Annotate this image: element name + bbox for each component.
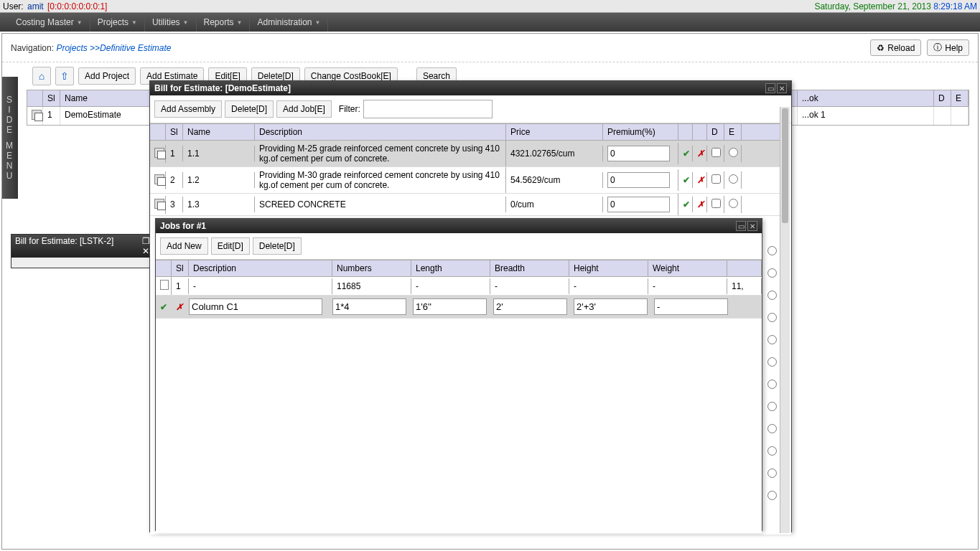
- side-menu-tab[interactable]: SIDEMENU: [2, 77, 18, 199]
- col-premium: Premium(%): [603, 124, 678, 140]
- col-breadth: Breadth: [490, 260, 569, 276]
- menu-administration[interactable]: Administration▼: [250, 13, 328, 32]
- row-d-checkbox[interactable]: [711, 199, 721, 208]
- check-icon[interactable]: ✔: [683, 199, 690, 209]
- col-sl: Sl: [43, 90, 60, 106]
- row-e-radio[interactable]: [767, 380, 777, 389]
- col-costbook: ...ok: [798, 90, 934, 106]
- row-e-radio[interactable]: [767, 291, 777, 300]
- page-icon: [160, 280, 169, 290]
- status-time: 8:29:18 AM: [933, 1, 977, 11]
- bill-lstk2-dialog[interactable]: Bill for Estimate: [LSTK-2] ❐ ✕: [11, 234, 154, 268]
- x-icon[interactable]: ✗: [697, 199, 704, 209]
- delete-d-button[interactable]: Delete[D]: [253, 237, 302, 255]
- add-new-button[interactable]: Add New: [160, 237, 208, 255]
- help-icon: ⓘ: [933, 42, 942, 54]
- jobs-toolbar: Add New Edit[D] Delete[D]: [156, 233, 762, 260]
- nav-label: Navigation:: [11, 43, 54, 53]
- up-arrow-icon: ⇧: [60, 70, 69, 82]
- delete-d-button[interactable]: Delete[D]: [225, 100, 274, 118]
- minimize-icon[interactable]: ▭: [765, 83, 775, 93]
- col-numbers: Numbers: [332, 260, 411, 276]
- row-e-radio[interactable]: [767, 268, 777, 278]
- row-e-radio[interactable]: [767, 313, 777, 322]
- row-e-radio[interactable]: [729, 148, 738, 157]
- col-e: E: [724, 124, 742, 140]
- col-sl: Sl: [172, 260, 189, 276]
- user-name: amit: [27, 1, 44, 11]
- copy-icon[interactable]: [154, 174, 164, 184]
- table-row[interactable]: 2 1.2 Providing M-30 grade reinforced ce…: [150, 167, 780, 194]
- menu-utilities[interactable]: Utilities▼: [145, 13, 197, 32]
- row-e-radio[interactable]: [729, 174, 738, 184]
- scrollbar[interactable]: [780, 107, 790, 533]
- length-input[interactable]: [413, 298, 487, 315]
- col-description: Description: [189, 260, 332, 276]
- weight-input[interactable]: [654, 298, 728, 315]
- row-e-radio[interactable]: [767, 491, 777, 500]
- row-e-radio[interactable]: [729, 199, 738, 208]
- col-length: Length: [411, 260, 490, 276]
- user-ip: [0:0:0:0:0:0:0:1]: [47, 1, 107, 11]
- cancel-icon[interactable]: ✗: [176, 302, 183, 312]
- dialog-title: Bill for Estimate: [DemoEstimate]: [154, 83, 291, 93]
- reload-button[interactable]: ♻Reload: [870, 39, 921, 56]
- premium-input[interactable]: [607, 172, 670, 188]
- menu-costing-master[interactable]: Costing Master▼: [9, 13, 90, 32]
- row-e-radio[interactable]: [767, 424, 777, 433]
- breadcrumb-projects[interactable]: Projects: [56, 43, 87, 53]
- row-d-checkbox[interactable]: [711, 148, 721, 157]
- user-label: User:: [3, 1, 24, 11]
- minimize-icon[interactable]: ▭: [736, 221, 746, 231]
- reload-icon: ♻: [877, 43, 885, 53]
- menu-projects[interactable]: Projects▼: [90, 13, 145, 32]
- add-job-button[interactable]: Add Job[E]: [276, 100, 332, 118]
- mini-dialog-title: Bill for Estimate: [LSTK-2]: [15, 236, 113, 256]
- table-row-edit[interactable]: ✔ ✗: [156, 296, 762, 319]
- col-e: E: [951, 90, 969, 106]
- dialog-titlebar[interactable]: Jobs for #1 ▭ ✕: [156, 219, 762, 233]
- row-e-radio[interactable]: [767, 468, 777, 478]
- col-weight: Weight: [648, 260, 727, 276]
- row-e-radio[interactable]: [767, 246, 777, 255]
- table-row[interactable]: 1 1.1 Providing M-25 grade reinforced ce…: [150, 141, 780, 167]
- table-row[interactable]: 3 1.3 SCREED CONCRETE 0/cum ✔ ✗: [150, 194, 780, 216]
- check-icon[interactable]: ✔: [683, 149, 690, 159]
- row-e-radio[interactable]: [767, 446, 777, 456]
- add-project-button[interactable]: Add Project: [78, 67, 136, 85]
- col-height: Height: [569, 260, 648, 276]
- col-d: D: [707, 124, 724, 140]
- close-icon[interactable]: ✕: [747, 221, 757, 231]
- x-icon[interactable]: ✗: [697, 149, 704, 159]
- premium-input[interactable]: [607, 146, 670, 161]
- breadcrumb-definitive-estimate[interactable]: Definitive Estimate: [100, 43, 171, 53]
- confirm-icon[interactable]: ✔: [160, 302, 167, 312]
- premium-input[interactable]: [607, 197, 670, 212]
- row-d-checkbox[interactable]: [711, 174, 721, 184]
- height-input[interactable]: [574, 298, 648, 315]
- filter-input[interactable]: [363, 100, 493, 118]
- table-row[interactable]: 1 - 11685 - - - - 11,: [156, 277, 762, 296]
- menu-reports[interactable]: Reports▼: [197, 13, 251, 32]
- copy-icon[interactable]: [154, 199, 164, 209]
- row-e-radio[interactable]: [767, 335, 777, 344]
- jobs-dialog-title: Jobs for #1: [160, 221, 206, 231]
- edit-d-button[interactable]: Edit[D]: [211, 237, 250, 255]
- hidden-rows-radios: [767, 239, 777, 500]
- check-icon[interactable]: ✔: [683, 175, 690, 185]
- help-button[interactable]: ⓘHelp: [927, 39, 969, 56]
- x-icon[interactable]: ✗: [697, 175, 704, 185]
- breadth-input[interactable]: [493, 298, 567, 315]
- add-assembly-button[interactable]: Add Assembly: [154, 100, 222, 118]
- dialog-titlebar[interactable]: Bill for Estimate: [DemoEstimate] ▭ ✕: [150, 81, 791, 95]
- navigation-bar: Navigation: Projects >>Definitive Estima…: [2, 34, 978, 62]
- row-e-radio[interactable]: [767, 357, 777, 367]
- numbers-input[interactable]: [332, 298, 406, 315]
- close-icon[interactable]: ✕: [777, 83, 787, 93]
- copy-icon[interactable]: [154, 148, 164, 158]
- main-menubar: Costing Master▼ Projects▼ Utilities▼ Rep…: [0, 13, 980, 32]
- row-e-radio[interactable]: [767, 402, 777, 411]
- home-button[interactable]: ⌂: [32, 67, 51, 85]
- description-input[interactable]: [189, 298, 322, 315]
- up-button[interactable]: ⇧: [55, 67, 74, 85]
